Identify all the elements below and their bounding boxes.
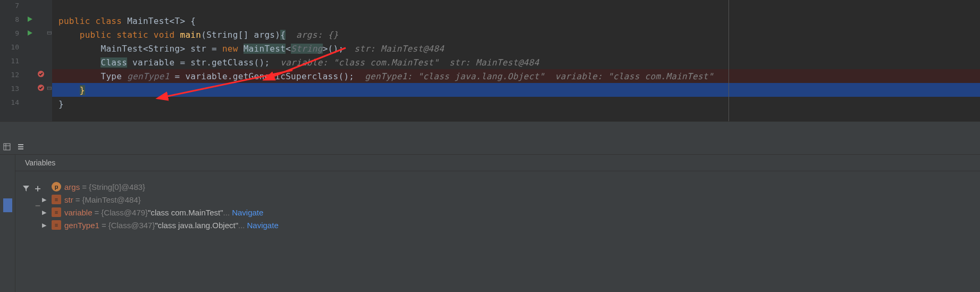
code-editor[interactable]: 7 8 9 10 11 12 13 14 ⊟ ⊟ public class Ma… [0,0,980,121]
code-line[interactable]: } [58,97,980,111]
line-number: 10 [0,43,19,51]
indent [58,30,80,40]
code-text: genType1 [127,71,169,81]
code-line[interactable]: Class variable = str.getClass(); variabl… [58,55,980,69]
indent [58,85,80,95]
indent [58,71,100,81]
line-number: 11 [0,57,19,65]
line-number: 8 [0,15,19,23]
object-icon: ≡ [52,220,61,230]
expand-icon[interactable]: ▶ [40,209,48,216]
code-text: String [291,44,323,54]
inlay-hint: str: MainTest@484 [344,44,444,54]
usage-highlight: MainTest [244,44,286,54]
code-text: (String[] args) [201,30,280,40]
inlay-hint: args: {} [286,30,338,40]
thread-icon[interactable] [17,143,27,153]
variable-name: str [64,195,73,204]
ellipsis: ... [238,221,245,230]
variable-row[interactable]: ▶ ≡ variable = {Class@479} "class com.Ma… [40,206,980,219]
indent [58,44,100,54]
equals: = [99,221,108,230]
line-number: 7 [0,2,19,10]
variable-row[interactable]: p args = {String[0]@483} [40,180,980,193]
keyword: new [222,44,244,54]
variable-name: variable [64,208,93,217]
variables-title-bar: Variables [15,155,980,171]
equals: = [73,195,82,204]
equals: = [93,208,102,217]
breakpoint-icon[interactable] [37,84,47,94]
indent [58,57,100,68]
code-line[interactable]: MainTest<String> str = new MainTest<Stri… [58,41,980,55]
inlay-hint: variable: "class com.MainTest" str: Main… [270,57,539,68]
code-line[interactable]: public class MainTest<T> { [58,14,980,28]
variable-value: {Class@347} [108,221,155,230]
inlay-hint: genType1: "class java.lang.Object" varia… [354,71,713,81]
method-name: main [180,30,201,40]
navigate-link[interactable]: Navigate [230,208,263,217]
code-line[interactable]: public static void main(String[] args){ … [58,28,980,41]
keyword: class [96,16,128,26]
expand-icon[interactable]: ▶ [40,222,48,229]
debugger-side-strip [0,155,15,292]
brace: } [58,99,64,109]
navigate-link[interactable]: Navigate [245,221,279,230]
object-icon: ≡ [52,207,61,217]
variables-toolbar: ＋ － [15,155,37,292]
variable-row[interactable]: ▶ ≡ str = {MainTest@484} [40,193,980,206]
code-line[interactable]: Type genType1 = variable.getGenericSuper… [58,69,980,83]
svg-rect-4 [4,144,10,150]
object-icon: ≡ [52,195,61,204]
breakpoint-icon[interactable] [37,70,47,80]
keyword: public [58,16,96,26]
variable-row[interactable]: ▶ ≡ genType1 = {Class@347} "class java.l… [40,219,980,231]
code-text: = variable.getGenericSuperclass(); [170,71,355,81]
ellipsis: ... [223,208,230,217]
line-number: 12 [0,71,19,79]
keyword: void [154,30,180,40]
variables-title: Variables [15,158,55,167]
run-gutter-icon[interactable] [27,29,36,39]
line-number: 13 [0,85,19,93]
brace: } [80,85,85,95]
line-number: 9 [0,29,19,37]
variables-panel: ＋ － Variables p args = {String[0]@483} ▶… [0,155,980,292]
code-line[interactable]: } [58,83,980,97]
param-icon: p [52,182,61,191]
variable-name: args [64,182,80,191]
variable-string: "class com.MainTest" [148,208,223,217]
code-text: >(); [323,44,344,54]
code-text: Type [100,71,127,81]
code-text: < [286,44,291,54]
code-text: MainTest<String> str = [100,44,222,54]
equals: = [80,182,89,191]
variable-name: genType1 [64,221,99,230]
variable-string: "class java.lang.Object" [155,221,238,230]
stack-frame-marker[interactable] [3,198,12,212]
code-text: <T> { [170,16,196,26]
line-number: 14 [0,98,19,106]
table-icon[interactable] [3,143,13,153]
expand-icon[interactable]: ▶ [40,196,48,203]
gutter: 7 8 9 10 11 12 13 14 [0,0,52,121]
variable-value: {String[0]@483} [89,182,145,191]
code-text: variable = str.getClass(); [127,57,270,68]
usage-highlight: Class [100,57,127,68]
run-gutter-icon[interactable] [27,15,36,25]
class-name: MainTest [127,16,169,26]
variable-value: {MainTest@484} [82,195,140,204]
variable-value: {Class@479} [101,208,148,217]
keyword: public static [80,30,154,40]
code-line[interactable] [58,0,980,14]
debugger-toolbar [0,121,980,155]
brace: { [280,30,286,40]
